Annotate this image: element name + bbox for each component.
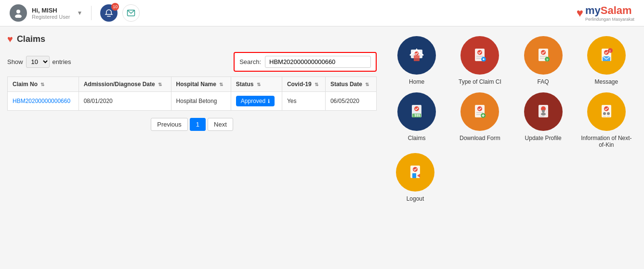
col-hospital-name[interactable]: Hospital Name ⇅ [171, 77, 231, 92]
chevron-down-icon[interactable]: ▼ [77, 10, 82, 16]
main-content: ♥ Claims Show 10 25 50 entries Search: [0, 26, 644, 209]
right-panel: Home Type of Claim CI ? FAQ [386, 34, 637, 202]
icon-label-type-claim: Type of Claim CI [459, 78, 501, 85]
show-label: Show [7, 58, 23, 65]
icon-item-faq[interactable]: ? FAQ [515, 36, 571, 85]
logo-text: mySalam [585, 4, 632, 16]
icon-label-claims: Claims [408, 135, 426, 141]
header-divider [91, 6, 92, 20]
icon-circle-home [397, 36, 436, 75]
pagination: Previous 1 Next [7, 118, 377, 131]
left-panel: ♥ Claims Show 10 25 50 entries Search: [7, 34, 377, 202]
icon-item-message[interactable]: ! Message [578, 36, 634, 85]
user-role: Registered User [32, 14, 70, 20]
svg-text:$$$: $$$ [415, 114, 421, 117]
icon-grid-bottom: Logout [386, 151, 637, 202]
col-status[interactable]: Status ⇅ [231, 77, 282, 92]
icon-circle-download-form [460, 92, 499, 131]
svg-point-1 [15, 14, 22, 18]
icon-grid: Home Type of Claim CI ? FAQ [386, 34, 637, 151]
claims-table: Claim No ⇅ Admission/Diagnose Date ⇅ Hos… [7, 77, 377, 111]
svg-point-0 [16, 10, 20, 13]
sort-icon6: ⇅ [365, 82, 369, 87]
logo-tagline: Perlindungan Masyarakat [585, 17, 634, 22]
icon-label-download-form: Download Form [460, 135, 500, 141]
svg-point-42 [607, 112, 610, 115]
col-claim-no[interactable]: Claim No ⇅ [8, 77, 79, 92]
show-entries: Show 10 25 50 entries [7, 56, 71, 68]
notification-badge: 10 [111, 3, 119, 11]
icon-circle-logout [396, 153, 434, 192]
notifications-icon[interactable]: 10 [100, 4, 118, 22]
cell-status: Approved ℹ [231, 92, 282, 111]
icon-circle-faq: ? [524, 36, 563, 75]
header-left: Hi, MISH Registered User ▼ 10 [10, 4, 140, 22]
cell-admission-date: 08/01/2020 [79, 92, 171, 111]
icon-circle-next-of-kin [587, 92, 626, 131]
logo-my: my [585, 4, 601, 16]
col-covid19[interactable]: Covid-19 ⇅ [282, 77, 325, 92]
svg-text:!: ! [609, 49, 611, 53]
header-icons: 10 [100, 4, 140, 22]
sort-icon: ⇅ [40, 82, 44, 87]
logo-salam: Salam [601, 4, 632, 16]
cell-claim-no: HBM20200000000660 [8, 92, 79, 111]
status-info-icon: ℹ [268, 98, 270, 104]
entries-label: entries [53, 58, 71, 65]
icon-item-download-form[interactable]: Download Form [452, 92, 508, 148]
icon-label-message: Message [595, 78, 618, 85]
cell-hospital-name: Hospital Betong [171, 92, 231, 111]
icon-item-type-claim[interactable]: Type of Claim CI [452, 36, 508, 85]
header: Hi, MISH Registered User ▼ 10 ♥ my [0, 0, 644, 26]
svg-point-36 [542, 110, 545, 113]
search-container: Search: [234, 52, 377, 72]
claims-heart-icon: ♥ [7, 34, 13, 45]
icon-label-next-of-kin: Information of Next-of-Kin [578, 135, 634, 148]
sort-icon3: ⇅ [219, 82, 223, 87]
col-admission-date[interactable]: Admission/Diagnose Date ⇅ [79, 77, 171, 92]
sort-icon4: ⇅ [257, 82, 261, 87]
icon-circle-update-profile [524, 92, 563, 131]
col-status-date[interactable]: Status Date ⇅ [325, 77, 376, 92]
icon-circle-claims: $$$ [397, 92, 436, 131]
status-badge[interactable]: Approved ℹ [236, 96, 275, 106]
page-1-button[interactable]: 1 [190, 118, 206, 131]
logo: ♥ mySalam Perlindungan Masyarakat [577, 4, 634, 22]
cell-status-date: 06/05/2020 [325, 92, 376, 111]
cell-covid19: Yes [282, 92, 325, 111]
icon-item-claims[interactable]: $$$ Claims [389, 92, 445, 148]
icon-item-logout[interactable]: Logout [396, 153, 434, 202]
svg-point-41 [603, 112, 606, 115]
user-info: Hi, MISH Registered User [32, 7, 70, 20]
svg-point-37 [541, 113, 546, 115]
icon-label-logout: Logout [407, 195, 424, 202]
search-label: Search: [239, 58, 261, 65]
svg-rect-4 [414, 55, 420, 61]
icon-item-update-profile[interactable]: Update Profile [515, 92, 571, 148]
icon-item-home[interactable]: Home [389, 36, 445, 85]
icon-item-next-of-kin[interactable]: Information of Next-of-Kin [578, 92, 634, 148]
page-title: ♥ Claims [7, 34, 377, 45]
message-icon[interactable] [122, 4, 140, 22]
sort-icon5: ⇅ [315, 82, 318, 87]
icon-label-faq: FAQ [538, 78, 549, 85]
logo-heart-icon: ♥ [577, 6, 583, 20]
table-row: HBM20200000000660 08/01/2020 Hospital Be… [8, 92, 377, 111]
sort-icon2: ⇅ [158, 82, 162, 87]
svg-rect-47 [412, 173, 416, 178]
claim-no-link[interactable]: HBM20200000000660 [13, 98, 70, 104]
user-name: Hi, MISH [32, 7, 70, 14]
icon-circle-type-claim [460, 36, 499, 75]
search-input[interactable] [265, 56, 371, 68]
previous-button[interactable]: Previous [151, 118, 188, 131]
icon-label-home: Home [409, 78, 424, 85]
table-controls: Show 10 25 50 entries Search: [7, 52, 377, 72]
icon-circle-message: ! [587, 36, 626, 75]
next-button[interactable]: Next [208, 118, 233, 131]
icon-label-update-profile: Update Profile [525, 135, 562, 141]
avatar [10, 4, 27, 22]
claims-title: Claims [17, 34, 45, 44]
svg-text:?: ? [546, 58, 548, 62]
entries-select[interactable]: 10 25 50 [26, 56, 50, 68]
